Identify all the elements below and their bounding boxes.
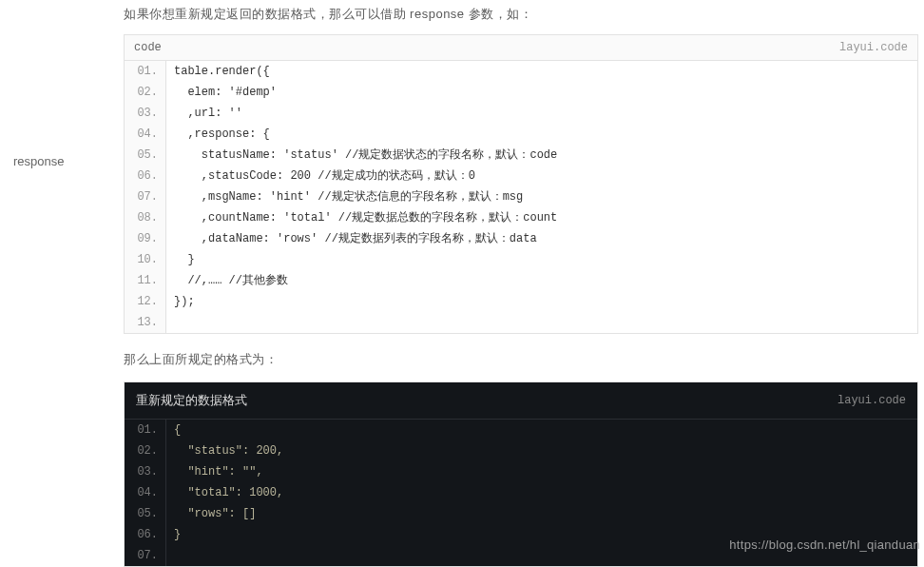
line-content: }); [166,291,195,312]
line-content: ,url: '' [166,103,242,124]
sidebar-label: response [13,154,124,168]
line-number: 03. [125,461,166,482]
line-number: 04. [125,124,166,145]
code-body: 01.table.render({02. elem: '#demp'03. ,u… [125,61,917,333]
code-line: 06.} [125,524,917,545]
code-line: 03. "hint": "", [125,461,917,482]
line-number: 01. [125,61,166,82]
line-content: statusName: 'status' //规定数据状态的字段名称，默认：co… [166,145,557,166]
code-badge-dark: layui.code [837,394,906,407]
line-content: } [166,524,181,545]
line-number: 11. [125,270,166,291]
intro-text: 如果你想重新规定返回的数据格式，那么可以借助 response 参数，如： [124,0,918,34]
line-number: 05. [125,503,166,524]
code-line: 01.{ [125,420,917,440]
line-number: 13. [125,312,166,333]
line-content: ,response: { [166,124,270,145]
code-title-dark: 重新规定的数据格式 [136,392,247,409]
code-line: 07. [125,545,917,566]
line-number: 09. [125,228,166,249]
line-content: "rows": [] [166,503,256,524]
code-block-dark: 重新规定的数据格式 layui.code 01.{02. "status": 2… [124,381,918,567]
line-number: 02. [125,440,166,461]
line-content: //,…… //其他参数 [166,270,288,291]
code-line: 09. ,dataName: 'rows' //规定数据列表的字段名称，默认：d… [125,228,917,249]
code-line: 07. ,msgName: 'hint' //规定状态信息的字段名称，默认：ms… [125,186,917,207]
code-line: 02. "status": 200, [125,440,917,461]
code-badge: layui.code [839,41,908,54]
code-line: 05. statusName: 'status' //规定数据状态的字段名称，默… [125,145,917,166]
line-number: 05. [125,145,166,166]
code-line: 04. "total": 1000, [125,482,917,503]
line-content: "total": 1000, [166,482,283,503]
code-line: 03. ,url: '' [125,103,917,124]
line-number: 07. [125,545,166,566]
line-content [166,312,174,333]
line-content: "hint": "", [166,461,263,482]
code-header: code layui.code [125,35,917,61]
line-content: } [166,249,195,270]
line-content: ,msgName: 'hint' //规定状态信息的字段名称，默认：msg [166,186,523,207]
line-number: 02. [125,82,166,103]
code-line: 12.}); [125,291,917,312]
line-number: 12. [125,291,166,312]
line-number: 10. [125,249,166,270]
line-number: 03. [125,103,166,124]
code-line: 06. ,statusCode: 200 //规定成功的状态码，默认：0 [125,166,917,186]
code-line: 01.table.render({ [125,61,917,82]
code-header-dark: 重新规定的数据格式 layui.code [125,382,917,420]
code-block-light: code layui.code 01.table.render({02. ele… [124,34,918,334]
code-line: 04. ,response: { [125,124,917,145]
code-line: 13. [125,312,917,333]
sidebar: response [0,0,124,567]
line-number: 01. [125,420,166,440]
line-number: 06. [125,524,166,545]
line-content: elem: '#demp' [166,82,277,103]
code-body-dark: 01.{02. "status": 200,03. "hint": "",04.… [125,420,917,566]
line-content: ,dataName: 'rows' //规定数据列表的字段名称，默认：data [166,228,537,249]
line-number: 04. [125,482,166,503]
code-line: 08. ,countName: 'total' //规定数据总数的字段名称，默认… [125,207,917,228]
line-content [166,545,174,566]
line-content: { [166,420,181,440]
line-number: 06. [125,166,166,186]
line-number: 08. [125,207,166,228]
code-line: 11. //,…… //其他参数 [125,270,917,291]
code-line: 02. elem: '#demp' [125,82,917,103]
mid-text: 那么上面所规定的格式为： [124,351,918,381]
line-number: 07. [125,186,166,207]
code-line: 05. "rows": [] [125,503,917,524]
code-line: 10. } [125,249,917,270]
main-content: 如果你想重新规定返回的数据格式，那么可以借助 response 参数，如： co… [124,0,924,567]
code-title: code [134,41,162,54]
line-content: ,statusCode: 200 //规定成功的状态码，默认：0 [166,166,475,186]
line-content: "status": 200, [166,440,283,461]
line-content: table.render({ [166,61,270,82]
line-content: ,countName: 'total' //规定数据总数的字段名称，默认：cou… [166,207,557,228]
